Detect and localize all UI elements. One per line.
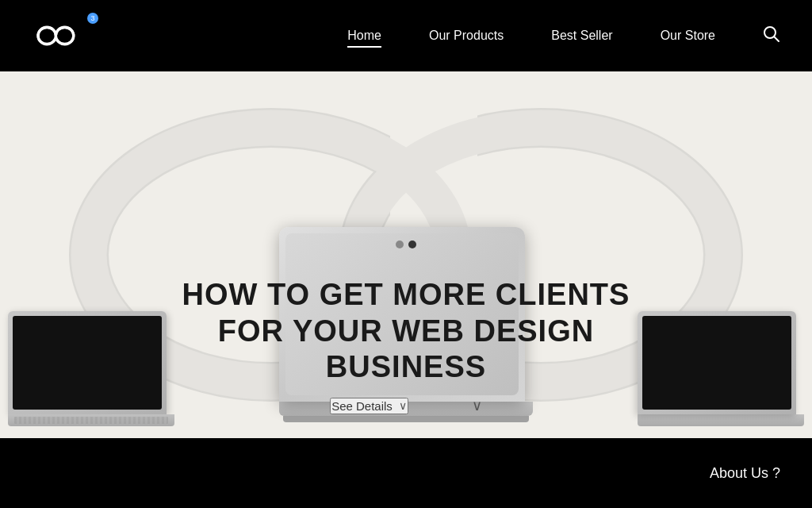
logo-icon (32, 16, 95, 56)
nav-products[interactable]: Our Products (429, 29, 504, 43)
hero-controls: See Details ∨ ∨ (0, 397, 812, 414)
hero-title: HOW TO GET MORE CLIENTS FOR YOUR WEB DES… (168, 277, 644, 386)
about-us-button[interactable]: About Us ? (710, 465, 780, 482)
laptop-left-base (8, 414, 174, 426)
chevron-down-icon: ∨ (399, 399, 407, 412)
notification-badge: 3 (87, 13, 98, 24)
nav-bestseller[interactable]: Best Seller (551, 29, 612, 43)
slide-dots (396, 241, 416, 248)
laptop-right-base (638, 414, 804, 426)
svg-line-3 (774, 37, 779, 41)
hero-title-line3: BUSINESS (326, 350, 486, 383)
main-nav: Home Our Products Best Seller Our Store (347, 25, 780, 47)
laptop-left-keyboard (14, 417, 168, 424)
see-details-button[interactable]: See Details ∨ (330, 398, 408, 414)
footer: About Us ? (0, 438, 812, 508)
svg-point-1 (56, 28, 73, 44)
hero-title-line1: HOW TO GET MORE CLIENTS (182, 278, 630, 311)
hero-section: HOW TO GET MORE CLIENTS FOR YOUR WEB DES… (0, 71, 812, 438)
slide-dot-2[interactable] (408, 241, 416, 248)
laptop-center-foot (283, 416, 529, 422)
logo-area: 3 (32, 16, 95, 56)
nav-store[interactable]: Our Store (661, 29, 715, 43)
slide-dot-1[interactable] (396, 241, 404, 248)
hero-title-line2: FOR YOUR WEB DESIGN (218, 314, 594, 348)
search-icon[interactable] (763, 25, 780, 47)
svg-point-0 (38, 28, 56, 44)
see-details-label: See Details (331, 399, 393, 413)
hero-text-area: HOW TO GET MORE CLIENTS FOR YOUR WEB DES… (0, 277, 812, 414)
scroll-down-icon[interactable]: ∨ (472, 397, 482, 414)
header: 3 Home Our Products Best Seller Our Stor… (0, 0, 812, 71)
nav-home[interactable]: Home (347, 29, 381, 43)
